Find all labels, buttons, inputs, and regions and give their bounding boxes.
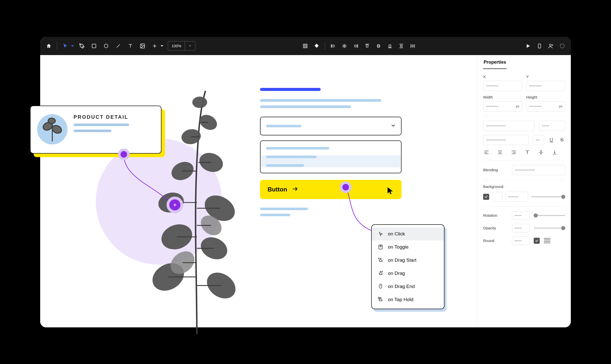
rotation-label: Rotation — [483, 213, 508, 217]
x-input[interactable] — [483, 81, 522, 91]
width-input[interactable]: px — [483, 101, 522, 111]
y-input[interactable] — [526, 81, 566, 91]
svg-point-4 — [141, 45, 142, 45]
app-window: 100% — [40, 37, 571, 327]
drag-icon — [377, 270, 384, 277]
arrow-right-icon — [292, 186, 298, 193]
card-thumbnail — [37, 114, 67, 144]
align-right-button[interactable] — [350, 40, 361, 52]
form-mock: Button — [260, 88, 402, 220]
svg-rect-0 — [92, 44, 96, 48]
undo-button[interactable] — [557, 40, 568, 52]
opacity-input[interactable] — [512, 224, 530, 232]
round-corners-icon[interactable] — [544, 238, 550, 244]
text-align-middle-icon[interactable] — [538, 149, 544, 156]
event-option-click[interactable]: on Click — [372, 227, 444, 240]
event-option-drag[interactable]: on Drag — [372, 267, 444, 280]
background-checkbox[interactable] — [483, 194, 489, 200]
blending-input[interactable] — [512, 165, 565, 175]
properties-tab[interactable]: Properties — [483, 55, 507, 69]
text-tool[interactable] — [125, 40, 136, 52]
distribute-v-button[interactable] — [396, 40, 407, 52]
add-tool-dropdown[interactable] — [159, 40, 165, 52]
dropdown-field[interactable] — [260, 117, 402, 135]
background-color-swatch[interactable] — [492, 192, 502, 202]
background-color-input[interactable] — [505, 192, 528, 202]
select-tool[interactable] — [60, 40, 71, 52]
line-tool[interactable] — [113, 40, 124, 52]
mask-button[interactable] — [311, 40, 322, 52]
text-placeholder — [260, 105, 351, 108]
component-button[interactable] — [300, 40, 311, 52]
align-left-button[interactable] — [327, 40, 339, 52]
svg-rect-21 — [401, 45, 402, 47]
strikethrough-button[interactable]: S — [559, 137, 565, 143]
svg-point-47 — [378, 297, 380, 299]
svg-point-44 — [380, 246, 381, 247]
font-weight-input[interactable] — [483, 135, 529, 145]
round-input[interactable] — [512, 236, 530, 245]
textarea-field[interactable] — [260, 140, 402, 173]
x-label: X — [483, 75, 522, 79]
card-title: PRODUCT DETAIL — [74, 114, 154, 120]
event-option-drag-end[interactable]: on Drag End — [372, 280, 444, 293]
svg-point-42 — [48, 118, 55, 124]
width-label: Width — [483, 95, 522, 99]
text-align-center-icon[interactable] — [497, 149, 503, 156]
align-bottom-button[interactable] — [384, 40, 395, 52]
placeholder-line — [74, 130, 111, 132]
font-style-input[interactable] — [533, 135, 544, 145]
play-button[interactable] — [523, 40, 534, 52]
height-label: Height — [526, 95, 566, 99]
event-option-toggle[interactable]: on Toggle — [372, 240, 444, 254]
pen-tool[interactable] — [76, 40, 87, 52]
product-detail-card[interactable]: PRODUCT DETAIL — [30, 106, 161, 154]
svg-rect-8 — [332, 45, 334, 47]
text-align-right-icon[interactable] — [510, 149, 517, 156]
add-tool[interactable] — [149, 40, 160, 52]
add-interaction-node[interactable] — [169, 199, 180, 210]
image-tool[interactable] — [137, 40, 148, 52]
font-family-input[interactable] — [483, 121, 535, 131]
rotation-slider[interactable] — [534, 215, 565, 216]
svg-rect-6 — [304, 45, 306, 47]
text-placeholder — [260, 99, 381, 102]
device-button[interactable] — [534, 40, 545, 52]
canvas[interactable]: PRODUCT DETAIL — [40, 55, 477, 327]
drag-start-icon — [377, 257, 384, 263]
ellipse-tool[interactable] — [101, 40, 112, 52]
interaction-node[interactable] — [342, 184, 349, 190]
underline-button[interactable]: U — [548, 137, 555, 143]
align-top-button[interactable] — [362, 40, 373, 52]
svg-rect-14 — [366, 45, 368, 47]
text-align-top-icon[interactable] — [524, 149, 531, 156]
font-size-input[interactable] — [539, 121, 565, 131]
zoom-control[interactable]: 100% — [168, 41, 195, 51]
svg-point-26 — [550, 44, 551, 46]
toggle-icon — [377, 244, 384, 250]
svg-point-1 — [104, 44, 108, 48]
align-center-h-button[interactable] — [339, 40, 350, 52]
round-checkbox[interactable] — [534, 238, 540, 244]
text-align-bottom-icon[interactable] — [551, 149, 558, 156]
opacity-slider[interactable] — [534, 228, 565, 229]
distribute-h-button[interactable] — [407, 40, 418, 52]
primary-button[interactable]: Button — [260, 180, 402, 199]
rotation-input[interactable] — [512, 211, 530, 220]
blending-label: Blending — [483, 168, 508, 172]
text-align-left-icon[interactable] — [483, 149, 490, 156]
event-option-tap-hold[interactable]: on Tap Hold — [372, 293, 444, 306]
home-button[interactable] — [43, 40, 54, 52]
zoom-dropdown[interactable] — [185, 41, 195, 51]
height-input[interactable]: px — [526, 101, 566, 111]
zoom-value: 100% — [168, 41, 185, 51]
select-tool-dropdown[interactable] — [70, 40, 75, 52]
share-button[interactable] — [545, 40, 556, 52]
interaction-node[interactable] — [121, 151, 127, 158]
background-opacity-slider[interactable] — [531, 196, 565, 197]
align-center-v-button[interactable] — [373, 40, 384, 52]
event-option-drag-start[interactable]: on Drag Start — [372, 254, 444, 267]
rectangle-tool[interactable] — [88, 40, 100, 52]
pointer-click-icon — [377, 231, 384, 237]
svg-rect-12 — [355, 45, 357, 47]
